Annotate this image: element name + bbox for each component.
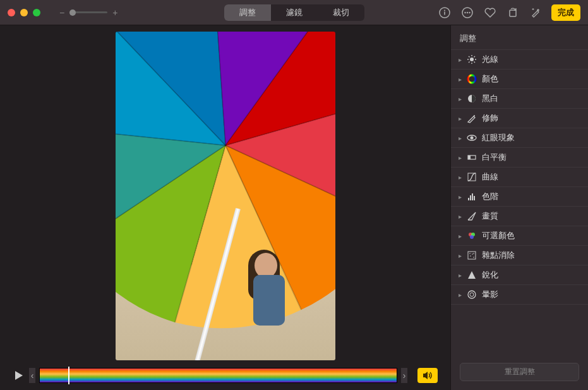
frame-strip[interactable]	[39, 368, 397, 383]
bw-icon	[467, 94, 477, 104]
adjustment-label: 曲線	[482, 171, 498, 183]
adjustment-levels[interactable]: ▸色階	[451, 187, 588, 207]
zoom-control: − +	[59, 8, 117, 18]
adjustment-label: 白平衡	[482, 152, 507, 163]
adjustment-list: ▸光線▸顏色▸黑白▸修飾▸紅眼現象▸白平衡▸曲線▸色階▸畫質▸可選顏色▸雜點消除…	[451, 50, 588, 356]
chevron-right-icon: ▸	[459, 174, 462, 181]
svg-line-22	[469, 56, 470, 58]
adjustment-label: 光線	[482, 54, 498, 65]
more-icon[interactable]	[460, 6, 474, 20]
photo-preview	[116, 32, 335, 360]
zoom-in-icon[interactable]: +	[112, 8, 117, 18]
svg-line-23	[474, 62, 476, 63]
reset-adjustments-button[interactable]: 重置調整	[460, 363, 579, 381]
adjustment-curves[interactable]: ▸曲線	[451, 168, 588, 187]
main-area: ‹ › 調整 ▸光線▸顏色▸黑白▸修飾▸紅眼現象▸白平衡▸曲線▸色階▸畫質▸可選…	[0, 25, 588, 390]
svg-point-42	[469, 253, 471, 254]
svg-point-45	[473, 257, 474, 258]
adjust-sidebar: 調整 ▸光線▸顏色▸黑白▸修飾▸紅眼現象▸白平衡▸曲線▸色階▸畫質▸可選顏色▸雜…	[450, 25, 588, 390]
chevron-right-icon: ▸	[459, 154, 462, 161]
adjustment-light[interactable]: ▸光線	[451, 50, 588, 70]
auto-enhance-icon[interactable]	[529, 6, 543, 20]
done-button[interactable]: 完成	[551, 4, 580, 21]
audio-button[interactable]	[417, 368, 438, 383]
adjustment-label: 修飾	[482, 113, 498, 124]
adjustment-wb[interactable]: ▸白平衡	[451, 148, 588, 168]
adjustment-noise[interactable]: ▸雜點消除	[451, 246, 588, 265]
adjustment-vignette[interactable]: ▸暈影	[451, 285, 588, 305]
svg-rect-35	[470, 195, 471, 200]
chevron-right-icon: ▸	[459, 291, 462, 298]
close-window-button[interactable]	[8, 9, 15, 16]
svg-point-17	[470, 58, 474, 61]
noise-icon	[467, 250, 477, 260]
vignette-icon	[467, 289, 477, 300]
svg-point-40	[470, 235, 474, 239]
window-controls	[8, 9, 40, 16]
chevron-right-icon: ▸	[459, 213, 462, 220]
zoom-out-icon[interactable]: −	[59, 8, 64, 18]
canvas-area: ‹ ›	[0, 25, 450, 390]
trim-end-handle[interactable]: ›	[401, 368, 407, 383]
adjustment-sharpen[interactable]: ▸銳化	[451, 265, 588, 285]
svg-rect-41	[468, 252, 476, 259]
edit-mode-tabs: 調整 濾鏡 裁切	[224, 4, 364, 21]
svg-point-30	[471, 137, 474, 140]
fullscreen-window-button[interactable]	[33, 9, 40, 16]
favorite-icon[interactable]	[483, 6, 497, 20]
redeye-icon	[467, 133, 477, 143]
adjustment-redeye[interactable]: ▸紅眼現象	[451, 128, 588, 148]
chevron-right-icon: ▸	[459, 95, 462, 102]
levels-icon	[467, 192, 477, 202]
chevron-right-icon: ▸	[459, 115, 462, 122]
adjustment-label: 顏色	[482, 73, 498, 85]
color-icon	[467, 74, 477, 84]
play-button[interactable]	[13, 369, 25, 382]
curves-icon	[467, 172, 477, 182]
svg-rect-37	[474, 196, 475, 200]
adjustment-label: 紅眼現象	[482, 132, 515, 143]
minimize-window-button[interactable]	[20, 9, 28, 16]
svg-point-26	[468, 75, 476, 83]
svg-point-1	[444, 9, 445, 11]
svg-point-44	[470, 255, 471, 257]
svg-point-47	[468, 291, 476, 298]
light-icon	[467, 54, 477, 64]
photo-canvas[interactable]	[0, 25, 450, 367]
adjustment-label: 雜點消除	[482, 250, 515, 261]
adjustment-color[interactable]: ▸顏色	[451, 70, 588, 89]
chevron-right-icon: ▸	[459, 76, 462, 83]
rotate-icon[interactable]	[506, 6, 520, 20]
tab-filters[interactable]: 濾鏡	[271, 4, 318, 21]
adjustment-definition[interactable]: ▸畫質	[451, 207, 588, 226]
adjustment-label: 銳化	[482, 269, 498, 281]
chevron-right-icon: ▸	[459, 135, 462, 142]
sidebar-header: 調整	[451, 25, 588, 50]
adjustment-bw[interactable]: ▸黑白	[451, 89, 588, 109]
sharpen-icon	[467, 270, 477, 280]
wb-icon	[467, 152, 477, 162]
tab-adjust[interactable]: 調整	[224, 4, 271, 21]
playhead[interactable]	[68, 367, 69, 384]
svg-rect-36	[472, 193, 473, 200]
svg-rect-7	[510, 10, 516, 16]
chevron-right-icon: ▸	[459, 233, 462, 240]
svg-rect-32	[468, 155, 471, 159]
svg-point-6	[469, 11, 470, 13]
zoom-slider[interactable]	[69, 11, 107, 13]
svg-line-24	[469, 62, 470, 63]
chevron-right-icon: ▸	[459, 56, 462, 63]
adjustment-selcolor[interactable]: ▸可選顏色	[451, 226, 588, 246]
svg-point-5	[467, 11, 468, 13]
adjustment-label: 暈影	[482, 289, 498, 300]
adjustment-retouch[interactable]: ▸修飾	[451, 109, 588, 128]
svg-point-46	[473, 253, 474, 254]
info-icon[interactable]	[438, 6, 452, 20]
toolbar-right: 完成	[438, 4, 580, 21]
trim-start-handle[interactable]: ‹	[29, 368, 35, 383]
svg-rect-34	[468, 198, 469, 200]
svg-point-4	[464, 11, 465, 13]
tab-crop[interactable]: 裁切	[318, 4, 364, 21]
svg-point-28	[474, 115, 475, 116]
definition-icon	[467, 211, 477, 221]
